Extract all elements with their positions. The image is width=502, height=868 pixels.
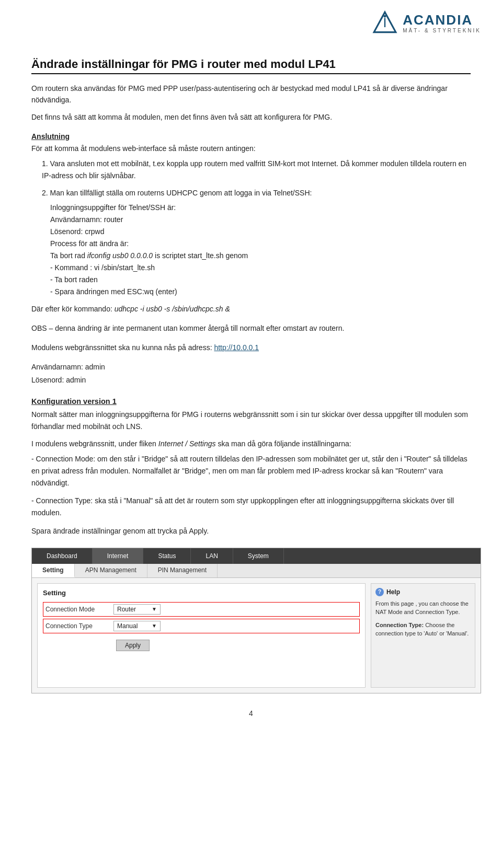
- anslutning-item2: 2. Man kan tillfälligt ställa om routern…: [42, 187, 471, 298]
- nav-lan[interactable]: LAN: [191, 548, 233, 564]
- router-sub-nav: Setting APN Management PIN Management: [32, 564, 481, 578]
- detail-7: - Spara ändringen med ESC:wq (enter): [50, 286, 471, 298]
- anslutning-heading: Anslutning: [31, 132, 471, 141]
- svg-point-2: [384, 15, 386, 18]
- password-line: Lösenord: admin: [31, 374, 471, 387]
- anslutning-intro: För att komma åt modulens web-interface …: [31, 143, 471, 155]
- password-value: admin: [66, 376, 86, 384]
- sub-pin[interactable]: PIN Management: [147, 564, 218, 577]
- obs-cmd-line: Där efter kör kommando: udhcpc -i usb0 -…: [31, 303, 471, 315]
- connection-mode-arrow: ▼: [152, 606, 157, 612]
- konfiguration-p2-prefix: I modulens webgränssnitt, under fliken: [31, 439, 158, 448]
- konfiguration-p2-italic: Internet / Settings: [158, 439, 216, 448]
- save-text: Spara ändrade inställningar genom att tr…: [31, 525, 471, 537]
- connection-type-select[interactable]: Manual ▼: [113, 621, 161, 631]
- help-title-text: Help: [386, 588, 400, 596]
- module-text: Modulens webgränssnittet ska nu kunna nå…: [31, 343, 214, 352]
- router-main-panel: Setting Connection Mode Router ▼ Connect…: [37, 583, 366, 688]
- connection-type-arrow: ▼: [152, 623, 157, 629]
- credentials-block: Användarnamn: admin Lösenord: admin: [31, 361, 471, 387]
- panel-title: Setting: [43, 589, 360, 597]
- item2-details: Inloggningsuppgifter för Telnet/SSH är: …: [50, 202, 471, 298]
- help-title: ? Help: [375, 588, 471, 596]
- help-subheading: Connection Type: Choose the connection t…: [375, 621, 471, 638]
- konfiguration-p1: Normalt sätter man inloggningsuppgiftern…: [31, 409, 471, 433]
- connection-type-value: Manual: [117, 622, 138, 630]
- nav-status[interactable]: Status: [143, 548, 191, 564]
- detail-4: Ta bort rad ifconfig usb0 0.0.0.0 is scr…: [50, 250, 471, 262]
- username-label: Användarnamn:: [31, 363, 83, 371]
- help-p1: From this page , you can choose the NAT …: [375, 599, 471, 617]
- router-content: Setting Connection Mode Router ▼ Connect…: [32, 578, 481, 693]
- detail-0: Inloggningsuppgifter för Telnet/SSH är:: [50, 202, 471, 214]
- detail-3: Process för att ändra är:: [50, 238, 471, 250]
- router-help-panel: ? Help From this page , you can choose t…: [371, 583, 475, 688]
- detail-6: - Ta bort raden: [50, 274, 471, 286]
- obs-text: OBS – denna ändring är inte permanent ut…: [31, 322, 471, 334]
- nav-system[interactable]: System: [233, 548, 284, 564]
- nav-internet[interactable]: Internet: [93, 548, 144, 564]
- brand-subtitle: Mät- & Styrteknik: [403, 28, 481, 33]
- connection-type-label: Connection Type: [45, 622, 113, 630]
- nav-dashboard[interactable]: Dashboard: [32, 548, 93, 564]
- konfiguration-p2: I modulens webgränssnitt, under fliken I…: [31, 438, 471, 450]
- logo-icon: [372, 10, 397, 36]
- item2-label: 2.: [42, 189, 50, 197]
- brand-name: ACANDIA: [403, 13, 481, 28]
- intro-p1: Om routern ska användas för PMG med PPP …: [31, 83, 471, 106]
- logo-text: ACANDIA Mät- & Styrteknik: [403, 13, 481, 33]
- page-number: 4: [31, 709, 471, 717]
- connection-mode-value: Router: [117, 606, 136, 613]
- obs-prefix: Där efter kör kommando:: [31, 305, 115, 313]
- connection-type-row: Connection Type Manual ▼: [43, 619, 360, 633]
- konfiguration-item1: - Connection Mode: om den står i "Bridge…: [31, 453, 471, 489]
- intro-p2: Det finns två sätt att komma åt modulen,…: [31, 111, 471, 123]
- username-value: admin: [85, 363, 105, 371]
- konfiguration-item2: - Connection Type: ska stå i "Manual" så…: [31, 495, 471, 519]
- anslutning-item1: 1. Vara ansluten mot ett mobilnät, t.ex …: [42, 158, 471, 182]
- router-ui-screenshot: Dashboard Internet Status LAN System Set…: [31, 548, 481, 693]
- item1-label: 1.: [42, 159, 50, 168]
- detail-5: - Kommand : vi /sbin/start_lte.sh: [50, 262, 471, 274]
- connection-mode-label: Connection Mode: [45, 606, 113, 613]
- sub-setting[interactable]: Setting: [32, 564, 75, 577]
- konfiguration-p2-suffix: ska man då göra följande inställningarna…: [216, 439, 351, 448]
- password-label: Lösenord:: [31, 376, 64, 384]
- connection-mode-row: Connection Mode Router ▼: [43, 602, 360, 617]
- help-icon: ?: [375, 588, 384, 596]
- apply-button[interactable]: Apply: [116, 640, 150, 651]
- connection-mode-select[interactable]: Router ▼: [113, 604, 161, 615]
- module-address-line: Modulens webgränssnittet ska nu kunna nå…: [31, 342, 471, 354]
- logo-area: ACANDIA Mät- & Styrteknik: [372, 10, 481, 36]
- obs-cmd: udhcpc -i usb0 -s /sbin/udhcpc.sh &: [115, 305, 230, 313]
- sub-apn[interactable]: APN Management: [75, 564, 147, 577]
- detail-1: Användarnamn: router: [50, 214, 471, 226]
- item1-text: Vara ansluten mot ett mobilnät, t.ex kop…: [42, 159, 466, 180]
- detail-2: Lösenord: crpwd: [50, 226, 471, 238]
- username-line: Användarnamn: admin: [31, 361, 471, 374]
- page-title: Ändrade inställningar för PMG i router m…: [31, 57, 471, 74]
- konfiguration-heading: Konfiguration version 1: [31, 397, 471, 406]
- help-subheading-text: Connection Type:: [375, 622, 424, 628]
- router-nav: Dashboard Internet Status LAN System: [32, 548, 481, 564]
- item2-intro-text: Man kan tillfälligt ställa om routerns U…: [50, 189, 312, 197]
- module-link: http://10.0.0.1: [214, 343, 259, 352]
